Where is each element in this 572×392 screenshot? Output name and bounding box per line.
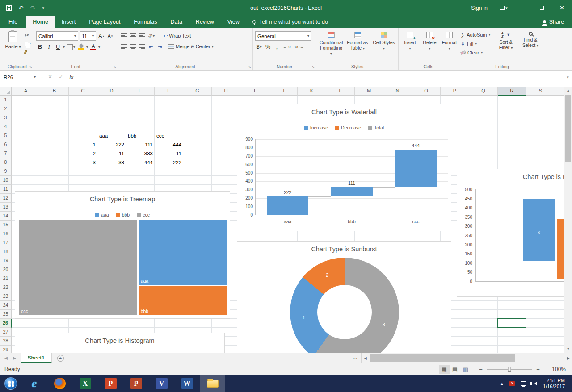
start-button[interactable]: [0, 375, 21, 392]
cell-F8[interactable]: 222: [155, 158, 183, 167]
scroll-down-icon[interactable]: ▼: [564, 345, 572, 353]
number-dialog-launcher[interactable]: ↘: [311, 65, 315, 69]
column-header-B[interactable]: B: [40, 87, 69, 96]
font-dialog-launcher[interactable]: ↘: [113, 65, 116, 69]
accounting-format-button[interactable]: $▾: [255, 43, 263, 51]
cell-E8[interactable]: 444: [126, 158, 155, 167]
enter-button[interactable]: ✓: [55, 74, 66, 80]
new-sheet-button[interactable]: +: [57, 355, 64, 362]
align-right-button[interactable]: [138, 42, 146, 50]
close-button[interactable]: ✕: [552, 0, 572, 16]
italic-button[interactable]: I: [45, 43, 53, 51]
fill-color-button[interactable]: [77, 43, 85, 51]
row-header-11[interactable]: 11: [0, 185, 12, 194]
conditional-formatting-button[interactable]: Conditional Formatting ▾: [319, 29, 344, 63]
sunburst-chart[interactable]: Chart Type is Sunburst 312: [237, 241, 451, 353]
sort-filter-button[interactable]: AZ↓▼ Sort & Filter ▾: [494, 29, 517, 63]
scroll-left-icon[interactable]: ◀: [362, 353, 369, 363]
row-header-12[interactable]: 12: [0, 194, 12, 203]
column-header-R[interactable]: R: [498, 87, 526, 96]
tab-data[interactable]: Data: [164, 16, 189, 28]
zoom-slider[interactable]: [487, 369, 532, 370]
cell-C6[interactable]: 1: [69, 140, 97, 149]
percent-style-button[interactable]: %: [264, 43, 272, 51]
cut-button[interactable]: ✂: [24, 32, 31, 38]
row-header-7[interactable]: 7: [0, 149, 12, 158]
cell-E7[interactable]: 333: [126, 149, 155, 158]
insert-function-button[interactable]: fx: [66, 74, 77, 80]
normal-view-icon[interactable]: ▦: [439, 365, 450, 374]
select-all-corner[interactable]: [0, 87, 12, 96]
cell-C8[interactable]: 3: [69, 158, 97, 167]
ribbon-display-options-icon[interactable]: ▾: [496, 0, 512, 16]
taskbar-clock[interactable]: 2:51 PM 1/16/2017: [543, 378, 568, 389]
column-header-H[interactable]: H: [212, 87, 240, 96]
column-header-L[interactable]: L: [326, 87, 355, 96]
tab-overflow-dots[interactable]: ⋯: [349, 355, 361, 361]
column-header-N[interactable]: N: [383, 87, 412, 96]
tab-view[interactable]: View: [221, 16, 246, 28]
column-header-K[interactable]: K: [298, 87, 326, 96]
cell-styles-button[interactable]: Cell Styles ▾: [371, 29, 396, 63]
row-header-28[interactable]: 28: [0, 337, 12, 346]
column-header-Q[interactable]: Q: [469, 87, 498, 96]
taskbar-app-word[interactable]: W: [174, 375, 200, 392]
volume-icon[interactable]: [532, 381, 537, 386]
name-box[interactable]: R26▾: [0, 72, 39, 82]
borders-button[interactable]: ▾: [66, 43, 76, 51]
increase-indent-button[interactable]: ⇥: [156, 42, 164, 50]
clipboard-dialog-launcher[interactable]: ↘: [29, 65, 32, 69]
treemap-block-aaa[interactable]: aaa: [138, 220, 227, 285]
customize-qat-icon[interactable]: ▾: [42, 6, 44, 10]
cell-E5[interactable]: bbb: [126, 131, 155, 140]
align-left-button[interactable]: [120, 42, 128, 50]
column-header-P[interactable]: P: [441, 87, 469, 96]
horizontal-scroll-thumb[interactable]: [370, 354, 515, 362]
waterfall-bar-aaa[interactable]: [267, 196, 308, 215]
save-icon[interactable]: [6, 5, 12, 11]
row-header-3[interactable]: 3: [0, 113, 12, 122]
row-header-19[interactable]: 19: [0, 256, 12, 265]
alignment-dialog-launcher[interactable]: ↘: [248, 65, 251, 69]
cell-F5[interactable]: ccc: [155, 131, 183, 140]
paste-button[interactable]: Paste ▾: [3, 29, 23, 63]
increase-decimal-button[interactable]: ←.0: [282, 43, 292, 51]
decrease-decimal-button[interactable]: .00→: [293, 43, 305, 51]
cell-F7[interactable]: 11: [155, 149, 183, 158]
zoom-out-icon[interactable]: −: [477, 366, 484, 373]
column-header-A[interactable]: A: [12, 87, 40, 96]
treemap-block-ccc[interactable]: ccc: [18, 220, 137, 316]
row-header-29[interactable]: 29: [0, 346, 12, 353]
box-whisker-chart[interactable]: Chart Type is Box & Whisker 050100150200…: [457, 169, 572, 297]
merge-center-button[interactable]: Merge & Center▾: [167, 42, 215, 50]
taskbar-app-powerpoint[interactable]: P: [98, 375, 123, 392]
row-header-23[interactable]: 23: [0, 292, 12, 301]
tab-home[interactable]: Home: [26, 16, 55, 28]
top-align-button[interactable]: [120, 32, 128, 40]
vertical-scrollbar[interactable]: ▲ ▼: [564, 87, 572, 353]
bold-button[interactable]: B: [36, 43, 44, 51]
treemap-block-bbb[interactable]: bbb: [138, 285, 227, 316]
copy-button[interactable]: ▾: [24, 40, 31, 47]
cell-D7[interactable]: 11: [97, 149, 126, 158]
row-header-4[interactable]: 4: [0, 122, 12, 131]
taskbar-app-internet-explorer[interactable]: e: [21, 375, 47, 392]
row-header-22[interactable]: 22: [0, 283, 12, 292]
format-cells-button[interactable]: Format▾: [440, 29, 458, 63]
row-header-21[interactable]: 21: [0, 274, 12, 283]
minimize-button[interactable]: —: [512, 0, 532, 16]
histogram-chart[interactable]: Chart Type is Histogram: [15, 333, 225, 353]
find-select-button[interactable]: Find & Select ▾: [519, 29, 542, 63]
format-as-table-button[interactable]: Format as Table ▾: [345, 29, 370, 63]
row-header-26[interactable]: 26: [0, 319, 12, 328]
column-header-S[interactable]: S: [526, 87, 555, 96]
formula-input[interactable]: [77, 72, 564, 82]
column-header-M[interactable]: M: [355, 87, 383, 96]
row-header-20[interactable]: 20: [0, 265, 12, 274]
row-header-18[interactable]: 18: [0, 247, 12, 256]
next-sheet-icon[interactable]: ▶: [13, 356, 16, 360]
column-header-G[interactable]: G: [183, 87, 212, 96]
row-header-17[interactable]: 17: [0, 238, 12, 247]
row-header-9[interactable]: 9: [0, 167, 12, 176]
column-header-O[interactable]: O: [412, 87, 441, 96]
